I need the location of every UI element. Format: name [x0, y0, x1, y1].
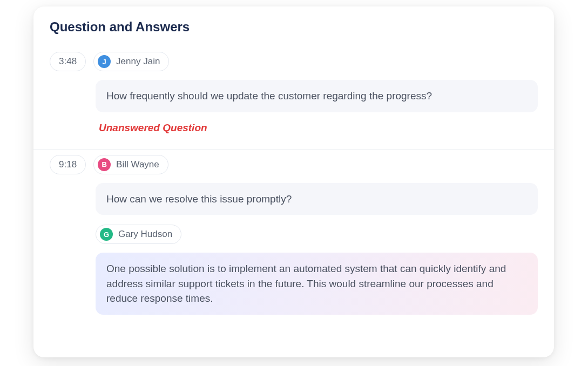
- asker-pill[interactable]: B Bill Wayne: [93, 155, 168, 174]
- answer-author-row: G Gary Hudson: [96, 225, 538, 244]
- avatar: B: [98, 158, 111, 171]
- asker-pill[interactable]: J Jenny Jain: [93, 52, 169, 71]
- question-bubble: How can we resolve this issue promptly?: [96, 183, 538, 215]
- asker-name: Jenny Jain: [116, 56, 160, 67]
- thread-header: 9:18 B Bill Wayne: [50, 155, 538, 174]
- answerer-name: Gary Hudson: [118, 229, 172, 240]
- avatar: G: [100, 228, 113, 241]
- section-title: Question and Answers: [33, 6, 554, 46]
- unanswered-label: Unanswered Question: [96, 122, 538, 134]
- question-bubble: How frequently should we update the cust…: [96, 80, 538, 112]
- answer-bubble: One possible solution is to implement an…: [96, 253, 538, 315]
- answerer-pill[interactable]: G Gary Hudson: [96, 225, 181, 244]
- thread-header: 3:48 J Jenny Jain: [50, 52, 538, 71]
- thread-content: How frequently should we update the cust…: [96, 80, 538, 134]
- timestamp-pill[interactable]: 3:48: [50, 52, 86, 71]
- qa-thread: 9:18 B Bill Wayne How can we resolve thi…: [33, 149, 554, 330]
- timestamp-pill[interactable]: 9:18: [50, 155, 86, 174]
- avatar: J: [98, 55, 111, 68]
- qa-card: Question and Answers 3:48 J Jenny Jain H…: [33, 6, 554, 357]
- asker-name: Bill Wayne: [116, 159, 159, 170]
- thread-content: How can we resolve this issue promptly? …: [96, 183, 538, 315]
- qa-thread: 3:48 J Jenny Jain How frequently should …: [33, 46, 554, 149]
